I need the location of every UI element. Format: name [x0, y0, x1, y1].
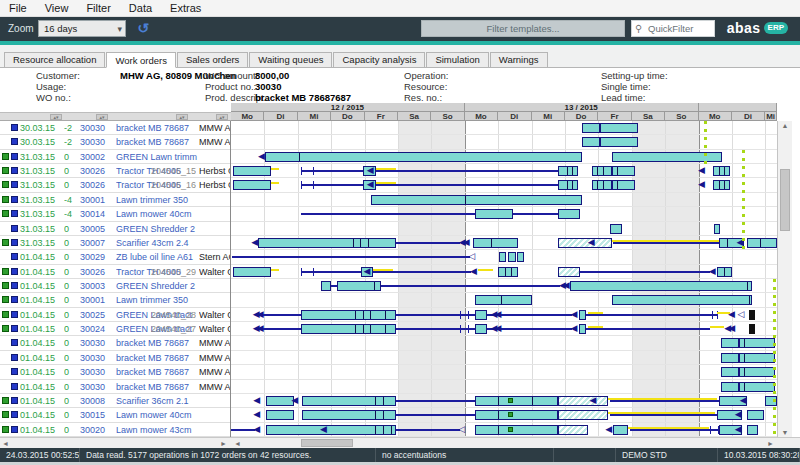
operation-bar[interactable]	[558, 166, 578, 176]
operation-bar[interactable]	[717, 267, 732, 277]
quickfilter-input[interactable]: ⚲ QuickFilter	[631, 20, 715, 37]
undo-button[interactable]: ↺	[134, 20, 152, 38]
operation-bar[interactable]	[713, 166, 731, 176]
tab-waiting-queues[interactable]: Waiting queues	[249, 52, 332, 67]
tab-warnings[interactable]: Warnings	[490, 52, 548, 67]
column-sort-icon[interactable]: ▴▾	[50, 114, 62, 120]
operation-bar[interactable]	[612, 295, 752, 305]
operation-bar[interactable]	[747, 410, 764, 420]
operation-bar[interactable]	[371, 195, 581, 205]
operation-bar[interactable]	[579, 324, 586, 334]
operation-bar[interactable]	[266, 410, 294, 420]
menu-item-file[interactable]: File	[0, 0, 36, 17]
chart-scroll-thumb[interactable]	[301, 439, 353, 447]
operation-bar[interactable]	[739, 367, 776, 377]
operation-bar[interactable]	[233, 180, 271, 190]
table-row[interactable]: 31.03.15030005GREEN Shredder 2	[0, 222, 231, 236]
operation-bar[interactable]	[517, 252, 524, 262]
operation-bar-hatched[interactable]	[558, 267, 580, 277]
operation-bar[interactable]	[475, 295, 532, 305]
operation-bar[interactable]	[600, 137, 638, 147]
operation-bar[interactable]	[612, 180, 635, 190]
vertical-scrollbar[interactable]: ▲▼	[777, 121, 792, 437]
operation-bar[interactable]	[302, 410, 397, 420]
table-row[interactable]: 31.03.15030026Tractor TH 4005204546_15He…	[0, 164, 231, 178]
operation-bar[interactable]	[747, 425, 758, 435]
tab-sales-orders[interactable]: Sales orders	[177, 52, 248, 67]
filter-templates-button[interactable]: Filter templates...	[421, 20, 625, 37]
operation-bar[interactable]	[475, 310, 488, 320]
column-sort-icon[interactable]: ▴▾	[216, 114, 228, 120]
operation-bar[interactable]	[475, 396, 558, 406]
tab-resource-allocation[interactable]: Resource allocation	[4, 52, 105, 67]
scroll-left-icon[interactable]: ◄	[2, 440, 9, 447]
scroll-down-icon[interactable]: ▼	[778, 429, 792, 436]
table-row[interactable]: 31.03.15-430001Lawn trimmer 350	[0, 193, 231, 207]
operation-bar[interactable]	[558, 209, 580, 219]
operation-bar[interactable]	[739, 353, 776, 363]
operation-bar-hatched[interactable]	[558, 410, 608, 420]
operation-bar-hatched[interactable]	[558, 396, 608, 406]
table-row[interactable]: 01.04.15030030bracket MB 78687MMW AG	[0, 351, 231, 365]
operation-bar[interactable]	[233, 267, 271, 277]
operation-bar[interactable]	[747, 238, 777, 248]
operation-bar[interactable]	[713, 180, 731, 190]
scroll-right-icon[interactable]: ►	[220, 440, 227, 447]
table-horizontal-scrollbar[interactable]: ◄►	[0, 437, 231, 448]
menu-item-view[interactable]: View	[36, 0, 78, 17]
table-row[interactable]: 01.04.15030024GREEN Lawn tract204540_27W…	[0, 322, 231, 336]
operation-bar[interactable]	[739, 382, 776, 392]
table-row[interactable]: 30.03.15-230030bracket MB 78687MMW AG	[0, 135, 231, 149]
table-row[interactable]: 01.04.15030008Scarifier 36cm 2.1	[0, 394, 231, 408]
operation-bar[interactable]	[612, 166, 635, 176]
operation-bar[interactable]	[721, 382, 738, 392]
operation-bar[interactable]	[721, 338, 738, 348]
table-row[interactable]: 01.04.15030001Lawn trimmer 350	[0, 293, 231, 307]
operation-bar[interactable]	[721, 353, 738, 363]
operation-bar[interactable]	[739, 338, 776, 348]
operation-bar[interactable]	[266, 396, 294, 406]
operation-bar[interactable]	[592, 166, 612, 176]
table-row[interactable]: 31.03.15-430014Lawn mower 40cm	[0, 207, 231, 221]
operation-bar[interactable]	[714, 224, 721, 234]
menu-item-data[interactable]: Data	[120, 0, 161, 17]
scroll-left-icon[interactable]: ◄	[234, 440, 241, 447]
operation-bar[interactable]	[475, 425, 558, 435]
scroll-right-icon[interactable]: ►	[767, 440, 774, 447]
vertical-scroll-thumb[interactable]	[780, 169, 790, 231]
operation-bar[interactable]	[508, 252, 515, 262]
operation-bar[interactable]	[301, 310, 396, 320]
table-row[interactable]: 31.03.15030026Tractor TH 4005204546_16He…	[0, 178, 231, 192]
operation-bar[interactable]	[600, 123, 638, 133]
operation-bar[interactable]	[613, 425, 628, 435]
table-row[interactable]: 31.03.15030002GREEN Lawn trimm	[0, 150, 231, 164]
table-row[interactable]: 01.04.15030025GREEN Lawn tract204540_28W…	[0, 308, 231, 322]
tab-work-orders[interactable]: Work orders	[106, 52, 176, 68]
table-row[interactable]: 01.04.15030030bracket MB 78687MMW AG	[0, 336, 231, 350]
operation-bar[interactable]	[582, 137, 600, 147]
column-sort-icon[interactable]: ▴▾	[96, 114, 108, 120]
table-row[interactable]: 30.03.15-230030bracket MB 78687MMW AG	[0, 121, 231, 135]
table-row[interactable]: 01.04.15030030bracket MB 78687MMW AG	[0, 380, 231, 394]
operation-bar[interactable]	[570, 281, 752, 291]
operation-bar[interactable]	[475, 324, 488, 334]
column-sort-icon[interactable]: ▴▾	[176, 114, 188, 120]
menu-item-filter[interactable]: Filter	[77, 0, 119, 17]
operation-bar[interactable]	[321, 281, 331, 291]
menu-item-extras[interactable]: Extras	[161, 0, 210, 17]
table-row[interactable]: 01.04.15030020Lawn mower 43cm	[0, 423, 231, 437]
operation-bar[interactable]	[498, 267, 518, 277]
operation-bar[interactable]	[265, 152, 582, 162]
operation-bar-hatched[interactable]	[558, 238, 611, 248]
operation-bar[interactable]	[475, 410, 558, 420]
table-row[interactable]: 31.03.15030007Scarifier 43cm 2.4	[0, 236, 231, 250]
operation-bar[interactable]	[301, 324, 396, 334]
operation-bar[interactable]	[558, 180, 578, 190]
operation-bar[interactable]	[579, 310, 586, 320]
operation-bar[interactable]	[582, 123, 600, 133]
operation-bar[interactable]	[721, 367, 738, 377]
table-row[interactable]: 01.04.15030003GREEN Shredder 2	[0, 279, 231, 293]
operation-bar[interactable]	[302, 396, 397, 406]
operation-bar[interactable]	[233, 166, 271, 176]
operation-bar[interactable]	[258, 238, 396, 248]
